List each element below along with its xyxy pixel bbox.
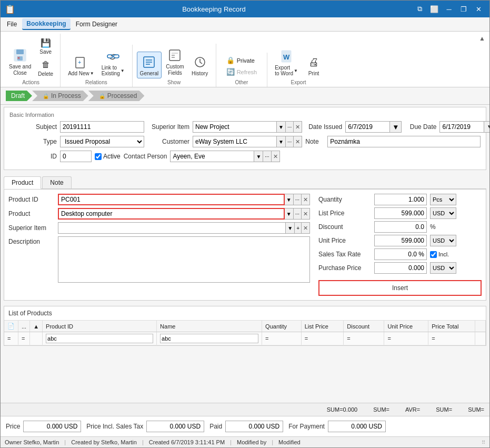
customer-dropdown-btn[interactable]: ▼ bbox=[277, 136, 286, 147]
description-textarea[interactable] bbox=[58, 236, 310, 283]
price-incl-input[interactable] bbox=[146, 421, 204, 432]
print-button[interactable]: 🖨 Print bbox=[302, 52, 325, 78]
filter-quantity: = bbox=[262, 332, 302, 345]
minimize-btn[interactable]: ─ bbox=[442, 4, 456, 14]
active-checkbox[interactable] bbox=[95, 153, 102, 160]
filter-name[interactable] bbox=[157, 332, 262, 345]
type-select[interactable]: Issued Proposal bbox=[60, 136, 144, 147]
product-section: Product ID ▼ ··· ✕ Product ▼ bbox=[4, 189, 486, 301]
superior-item-clear-btn[interactable]: ✕ bbox=[294, 121, 302, 133]
product-superior-dropdown-btn[interactable]: ▼ bbox=[286, 222, 295, 234]
close-btn[interactable]: ✕ bbox=[472, 4, 485, 14]
totals-bar: Price Price Incl. Sales Tax Paid For Pay… bbox=[1, 416, 489, 436]
product-id-filter[interactable] bbox=[46, 334, 153, 343]
incl-checkbox[interactable] bbox=[430, 251, 437, 258]
due-date-picker-btn[interactable]: ▼ bbox=[484, 121, 489, 133]
contact-person-dots-btn[interactable]: ··· bbox=[263, 151, 271, 162]
product-dropdown-btn[interactable]: ▼ bbox=[285, 208, 294, 220]
paid-label: Paid bbox=[209, 423, 222, 430]
due-date-input[interactable] bbox=[439, 121, 484, 133]
menu-form-designer[interactable]: Form Designer bbox=[72, 19, 122, 29]
col-list-price[interactable]: List Price bbox=[301, 321, 344, 332]
product-id-dots-btn[interactable]: ··· bbox=[294, 194, 302, 205]
col-product-id[interactable]: Product ID bbox=[43, 321, 157, 332]
tab-container: Product Note bbox=[4, 172, 486, 189]
note-input[interactable] bbox=[327, 136, 481, 147]
subject-input[interactable] bbox=[60, 121, 144, 133]
menu-file[interactable]: File bbox=[3, 19, 21, 29]
link-existing-button[interactable]: Link toExisting ▼ bbox=[98, 46, 128, 78]
tab-note[interactable]: Note bbox=[42, 176, 71, 188]
restore-btn[interactable]: ⧉ bbox=[413, 4, 426, 14]
product-superior-add-btn[interactable]: + bbox=[295, 222, 302, 234]
col-quantity[interactable]: Quantity bbox=[262, 321, 302, 332]
workflow-draft[interactable]: Draft bbox=[6, 91, 32, 101]
export-word-button[interactable]: W Exportto Word ▼ bbox=[272, 46, 301, 78]
for-payment-input[interactable] bbox=[328, 421, 386, 432]
private-button[interactable]: 🔒 Private bbox=[224, 55, 260, 66]
refresh-button[interactable]: 🔄 Refresh bbox=[224, 66, 260, 77]
active-label: Active bbox=[103, 153, 121, 160]
quantity-unit-select[interactable]: Pcs bbox=[430, 194, 456, 205]
sales-tax-row: Sales Tax Rate Incl. bbox=[318, 248, 482, 260]
product-id-input[interactable] bbox=[58, 194, 285, 205]
history-button[interactable]: History bbox=[188, 52, 212, 78]
product-dots-btn[interactable]: ··· bbox=[294, 208, 302, 220]
product-id-clear-btn[interactable]: ✕ bbox=[302, 194, 310, 205]
customer-input[interactable] bbox=[193, 136, 277, 147]
workflow-processed[interactable]: 🔒 Processed bbox=[88, 91, 145, 101]
save-close-button[interactable]: ✕ Save andClose bbox=[6, 45, 34, 78]
delete-button[interactable]: 🗑 Delete bbox=[35, 57, 56, 78]
contact-person-dropdown-btn[interactable]: ▼ bbox=[254, 151, 263, 162]
filter-product-id[interactable] bbox=[43, 332, 157, 345]
contact-person-input[interactable] bbox=[170, 151, 254, 162]
product-superior-input[interactable] bbox=[58, 222, 286, 234]
add-new-button[interactable]: + Add New ▼ bbox=[65, 52, 97, 78]
tab-product[interactable]: Product bbox=[4, 176, 41, 189]
superior-item-input[interactable] bbox=[193, 121, 277, 133]
product-id-dropdown-btn[interactable]: ▼ bbox=[285, 194, 294, 205]
superior-item-dots-btn[interactable]: ··· bbox=[286, 121, 294, 133]
insert-button[interactable]: Insert bbox=[318, 280, 482, 296]
customer-dots-btn[interactable]: ··· bbox=[286, 136, 294, 147]
date-issued-picker-btn[interactable]: ▼ bbox=[390, 121, 402, 133]
product-clear-btn[interactable]: ✕ bbox=[302, 208, 310, 220]
ribbon-expand-btn[interactable]: ▲ bbox=[478, 34, 486, 43]
col-unit-price[interactable]: Unit Price bbox=[384, 321, 428, 332]
unit-price-input[interactable] bbox=[374, 235, 427, 246]
menu-bookkeeping[interactable]: Bookkeeping bbox=[22, 18, 70, 30]
custom-fields-button[interactable]: CustomFields bbox=[163, 45, 187, 78]
col-price-total[interactable]: Price Total bbox=[428, 321, 475, 332]
contact-person-clear-btn[interactable]: ✕ bbox=[272, 151, 280, 162]
date-issued-input[interactable] bbox=[345, 121, 390, 133]
quantity-input[interactable] bbox=[374, 194, 427, 205]
customer-clear-btn[interactable]: ✕ bbox=[294, 136, 302, 147]
restore2-btn[interactable]: ❐ bbox=[457, 4, 471, 14]
name-filter[interactable] bbox=[160, 334, 258, 343]
description-row: Description bbox=[8, 236, 310, 283]
product-superior-clear-btn[interactable]: ✕ bbox=[302, 222, 310, 234]
col-sort[interactable]: ▲ bbox=[30, 321, 43, 332]
incl-label[interactable]: Incl. bbox=[430, 251, 449, 258]
product-input[interactable] bbox=[58, 208, 285, 220]
unit-price-currency-select[interactable]: USD bbox=[430, 235, 456, 246]
list-price-currency-select[interactable]: USD bbox=[430, 207, 456, 219]
sales-tax-input[interactable] bbox=[374, 248, 427, 260]
refresh-label: Refresh bbox=[237, 69, 257, 75]
col-name[interactable]: Name bbox=[157, 321, 262, 332]
col-action bbox=[475, 321, 486, 332]
col-discount[interactable]: Discount bbox=[344, 321, 384, 332]
purchase-price-input[interactable] bbox=[374, 262, 427, 274]
discount-input[interactable] bbox=[374, 221, 427, 233]
purchase-price-currency-select[interactable]: USD bbox=[430, 262, 456, 274]
active-checkbox-label[interactable]: Active bbox=[95, 153, 121, 160]
list-price-input[interactable] bbox=[374, 207, 427, 219]
paid-input[interactable] bbox=[225, 421, 283, 432]
maximize-btn[interactable]: ⬜ bbox=[427, 4, 441, 14]
workflow-in-process[interactable]: 🔒 In Process bbox=[32, 91, 88, 101]
general-button[interactable]: General bbox=[137, 52, 162, 78]
superior-item-dropdown-btn[interactable]: ▼ bbox=[277, 121, 286, 133]
price-total-input[interactable] bbox=[23, 421, 81, 432]
id-input[interactable] bbox=[60, 151, 92, 162]
save-button[interactable]: 💾 Save bbox=[35, 35, 56, 56]
